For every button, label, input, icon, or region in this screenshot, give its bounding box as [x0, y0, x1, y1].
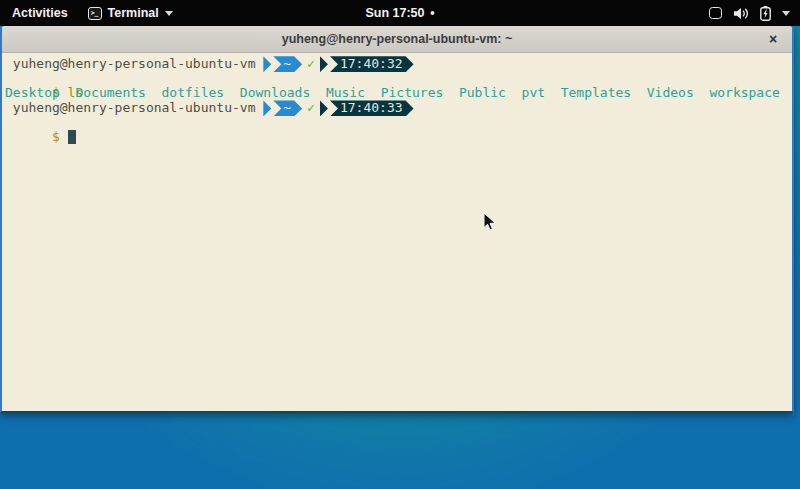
powerline-cwd-segment: ~: [263, 56, 302, 72]
powerline-time-segment: 17:40:33: [320, 100, 414, 116]
status-check-icon: ✓: [307, 101, 315, 116]
terminal-content[interactable]: yuheng@henry-personal-ubuntu-vm ~ ✓ 17:4…: [2, 53, 792, 411]
clock-button[interactable]: Sun 17:50: [365, 0, 434, 26]
powerline-arrow-icon: [320, 56, 328, 72]
current-input-line: $: [5, 116, 792, 131]
prompt-cwd: ~: [273, 100, 302, 116]
powerline-arrow-icon: [263, 56, 271, 72]
terminal-window: yuheng@henry-personal-ubuntu-vm: ~ × yuh…: [0, 26, 794, 413]
ls-output: Desktop Documents dotfiles Downloads Mus…: [5, 86, 792, 101]
clock-label: Sun 17:50: [365, 6, 424, 20]
powerline-arrow-icon: [263, 100, 271, 116]
prompt-symbol: $: [52, 129, 60, 144]
top-bar: Activities >_ Terminal Sun 17:50: [0, 0, 800, 26]
activities-button[interactable]: Activities: [0, 0, 80, 26]
prompt-user-host: yuheng@henry-personal-ubuntu-vm: [5, 101, 263, 116]
app-menu-terminal[interactable]: >_ Terminal: [80, 0, 181, 26]
command-line: $ls: [5, 72, 792, 87]
powerline-time-segment: 17:40:32: [320, 56, 414, 72]
chevron-down-icon: [165, 11, 173, 16]
close-button[interactable]: ×: [764, 30, 782, 48]
powerline-arrow-icon: [320, 100, 328, 116]
app-menu-label: Terminal: [108, 6, 159, 20]
prompt-user-host: yuheng@henry-personal-ubuntu-vm: [5, 57, 263, 72]
prompt-line: yuheng@henry-personal-ubuntu-vm ~ ✓ 17:4…: [5, 57, 792, 72]
notification-dot-icon: [431, 11, 435, 15]
chevron-down-icon: [782, 11, 790, 16]
status-check-icon: ✓: [307, 57, 315, 72]
prompt-line: yuheng@henry-personal-ubuntu-vm ~ ✓ 17:4…: [5, 101, 792, 116]
activities-label: Activities: [12, 6, 68, 20]
system-status-menu[interactable]: [705, 0, 794, 26]
prompt-time: 17:40:32: [330, 56, 414, 72]
window-title: yuheng@henry-personal-ubuntu-vm: ~: [282, 32, 513, 46]
prompt-cwd: ~: [273, 56, 302, 72]
terminal-icon: >_: [88, 7, 102, 20]
screen-icon: [709, 7, 722, 19]
battery-charging-icon: [760, 6, 771, 21]
volume-icon: [733, 7, 749, 20]
prompt-time: 17:40:33: [330, 100, 414, 116]
window-titlebar[interactable]: yuheng@henry-personal-ubuntu-vm: ~ ×: [2, 26, 792, 53]
text-cursor: [68, 130, 76, 144]
powerline-cwd-segment: ~: [263, 100, 302, 116]
